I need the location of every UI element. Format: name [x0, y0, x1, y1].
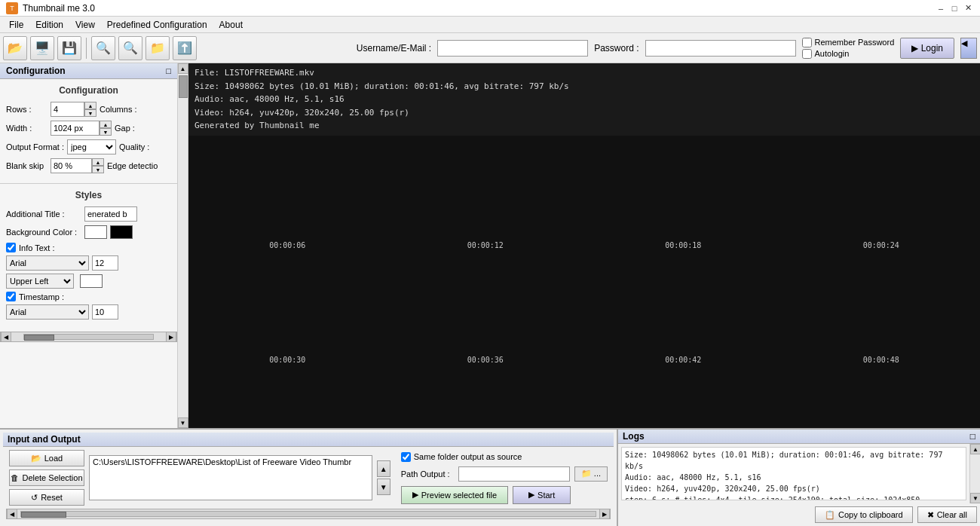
timestamp-font-select[interactable]: Arial — [6, 304, 89, 320]
username-input[interactable] — [437, 40, 588, 57]
io-hscroll[interactable]: ◀ ▶ — [6, 509, 611, 519]
clear-all-button[interactable]: ✖ Clear all — [917, 506, 977, 523]
rows-row: Rows : ▲ ▼ Columns : — [6, 102, 171, 117]
menu-bar: File Edition View Predefined Configurati… — [0, 17, 980, 33]
additional-title-input[interactable] — [84, 206, 137, 222]
info-color-box[interactable] — [80, 274, 103, 288]
info-font-size[interactable] — [92, 255, 118, 271]
config-panel-toggle[interactable]: □ — [166, 66, 171, 75]
sidebar-toggle[interactable]: ◀ — [960, 38, 977, 59]
folder-btn[interactable]: 📁 — [145, 36, 170, 60]
path-browse-button[interactable]: 📁 ... — [574, 466, 608, 482]
logs-vscroll-down[interactable]: ▼ — [970, 493, 980, 503]
info-align-select[interactable]: Upper Left — [6, 274, 74, 289]
output-format-select[interactable]: jpeg png — [67, 139, 116, 154]
left-panel-vscroll[interactable]: ▲ ▼ — [177, 63, 188, 428]
io-file-list[interactable]: C:\Users\LISTOFFREEWARE\Desktop\List of … — [89, 455, 372, 500]
bg-color-white[interactable] — [84, 225, 107, 239]
menu-view[interactable]: View — [69, 18, 101, 32]
preview-file-button[interactable]: ▶ Preview selected file — [401, 486, 508, 504]
load-button[interactable]: 📂 Load — [9, 450, 84, 466]
remember-password-label: Remember Password — [815, 38, 895, 47]
main-layout: Configuration □ Configuration Rows : ▲ ▼… — [0, 63, 980, 428]
export-btn[interactable]: ⬆️ — [173, 36, 197, 60]
timestamp-checkbox[interactable] — [6, 292, 16, 301]
vscroll-up[interactable]: ▲ — [178, 63, 188, 74]
reset-icon: ↺ — [31, 493, 38, 503]
thumb-row-3 — [188, 365, 980, 428]
ts-2-4: 00:00:48 — [863, 356, 899, 364]
logs-footer: 📋 Copy to clipboard ✖ Clear all — [618, 503, 980, 526]
preview-area: File: LISTOFFREEWARE.mkv Size: 10498062 … — [188, 63, 980, 428]
close-button[interactable]: ✕ — [962, 2, 974, 14]
io-hscroll-track — [20, 511, 596, 517]
timestamp-font-row: Arial — [6, 304, 171, 320]
password-input[interactable] — [645, 40, 796, 57]
vscroll-down[interactable]: ▼ — [178, 417, 188, 428]
logs-panel: Logs □ Size: 10498062 bytes (10.01 MiB);… — [618, 430, 980, 526]
log-line-1: Size: 10498062 bytes (10.01 MiB); durati… — [625, 449, 963, 472]
app-title: Thumbnail me 3.0 — [23, 3, 95, 14]
timestamp-font-size[interactable] — [92, 304, 118, 320]
ts-2-2: 00:00:36 — [467, 356, 504, 364]
left-panel-hscroll[interactable]: ◀ ▶ — [0, 332, 177, 342]
remember-password-checkbox[interactable] — [802, 38, 812, 47]
delete-selection-button[interactable]: 🗑 Delete Selection — [9, 469, 84, 486]
password-label: Password : — [594, 43, 639, 54]
info-font-select[interactable]: Arial — [6, 255, 89, 271]
logs-title: Logs — [623, 431, 645, 442]
io-hscroll-left[interactable]: ◀ — [7, 509, 17, 519]
logs-vscroll-up[interactable]: ▲ — [970, 444, 980, 454]
start-button[interactable]: ▶ Start — [513, 486, 571, 504]
info-text-checkbox[interactable] — [6, 243, 16, 252]
config-panel-header: Configuration □ — [0, 63, 177, 79]
path-output-input[interactable] — [458, 466, 570, 482]
screenshot-btn[interactable]: 🖥️ — [30, 36, 54, 60]
logs-vscroll[interactable]: ▲ ▼ — [969, 444, 980, 503]
width-up[interactable]: ▲ — [100, 121, 112, 128]
blank-skip-down[interactable]: ▼ — [92, 166, 104, 173]
zoom-out-btn[interactable]: 🔍 — [118, 36, 142, 60]
io-scroll-buttons: ▲ ▼ — [377, 460, 390, 495]
copy-icon: 📋 — [825, 510, 835, 520]
io-hscroll-right[interactable]: ▶ — [599, 509, 610, 519]
delete-icon: 🗑 — [11, 473, 19, 482]
rows-up[interactable]: ▲ — [84, 102, 96, 109]
blank-skip-input[interactable] — [51, 158, 92, 173]
autologin-checkbox[interactable] — [802, 49, 812, 59]
blank-skip-up[interactable]: ▲ — [92, 158, 104, 166]
background-color-row: Background Color : — [6, 225, 171, 239]
edge-detection-label: Edge detectio — [107, 161, 158, 170]
title-bar: T Thumbnail me 3.0 – □ ✕ — [0, 0, 980, 17]
io-scroll-down[interactable]: ▼ — [377, 479, 390, 495]
open-btn[interactable]: 📂 — [3, 36, 27, 60]
bg-color-black[interactable] — [110, 225, 133, 239]
menu-predefined[interactable]: Predefined Configuration — [101, 18, 213, 32]
rows-down[interactable]: ▼ — [84, 109, 96, 117]
timestamp-row-1: 00:00:06 00:00:12 00:00:18 00:00:24 — [188, 240, 980, 251]
io-scroll-up[interactable]: ▲ — [377, 460, 390, 477]
login-button[interactable]: ▶ Login — [900, 38, 954, 59]
hscroll-left[interactable]: ◀ — [1, 332, 11, 342]
save-btn[interactable]: 💾 — [57, 36, 81, 60]
logs-maximize-icon[interactable]: □ — [970, 431, 975, 442]
same-folder-label: Same folder output as source — [414, 452, 522, 461]
hscroll-right[interactable]: ▶ — [166, 332, 176, 342]
additional-title-row: Additional Title : — [6, 206, 171, 222]
menu-edition[interactable]: Edition — [29, 18, 69, 32]
file-info-line5: Generated by Thumbnail me — [194, 119, 974, 133]
minimize-button[interactable]: – — [935, 2, 947, 14]
copy-to-clipboard-button[interactable]: 📋 Copy to clipboard — [815, 506, 913, 523]
start-icon: ▶ — [528, 490, 534, 500]
reset-button[interactable]: ↺ Reset — [9, 489, 84, 506]
zoom-in-btn[interactable]: 🔍 — [91, 36, 115, 60]
menu-file[interactable]: File — [3, 18, 29, 32]
width-down[interactable]: ▼ — [100, 128, 112, 136]
rows-input[interactable] — [51, 102, 84, 117]
output-format-label: Output Format : — [6, 142, 64, 151]
width-input[interactable] — [51, 121, 100, 136]
maximize-button[interactable]: □ — [948, 2, 960, 14]
menu-about[interactable]: About — [213, 18, 249, 32]
columns-label: Columns : — [100, 105, 145, 114]
same-folder-checkbox[interactable] — [401, 452, 411, 462]
